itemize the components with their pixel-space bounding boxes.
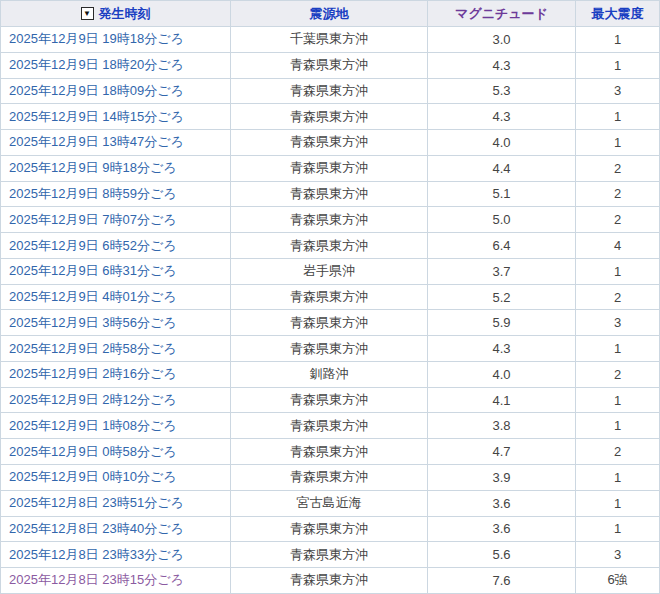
- epicenter-label: 青森県東方沖: [290, 108, 368, 126]
- epicenter-cell: 青森県東方沖: [231, 439, 428, 464]
- column-header-epicenter[interactable]: 震源地: [231, 1, 428, 26]
- earthquake-detail-link[interactable]: 2025年12月9日 6時52分ごろ: [9, 237, 177, 255]
- max-intensity-value: 1: [614, 521, 621, 536]
- epicenter-cell: 青森県東方沖: [231, 207, 428, 232]
- magnitude-value: 5.2: [492, 290, 510, 305]
- magnitude-cell: 3.7: [428, 259, 576, 284]
- epicenter-label: 青森県東方沖: [290, 237, 368, 255]
- time-cell: 2025年12月9日 4時01分ごろ: [1, 285, 231, 310]
- earthquake-detail-link[interactable]: 2025年12月8日 23時40分ごろ: [9, 520, 184, 538]
- max-intensity-value: 1: [614, 418, 621, 433]
- column-header-magnitude[interactable]: マグニチュード: [428, 1, 576, 26]
- earthquake-detail-link[interactable]: 2025年12月9日 19時18分ごろ: [9, 30, 184, 48]
- sort-descending-icon[interactable]: ▼: [81, 7, 94, 20]
- earthquake-detail-link[interactable]: 2025年12月9日 2時58分ごろ: [9, 340, 177, 358]
- earthquake-detail-link[interactable]: 2025年12月9日 18時20分ごろ: [9, 56, 184, 74]
- epicenter-cell: 青森県東方沖: [231, 310, 428, 335]
- table-row: 2025年12月9日 0時10分ごろ 青森県東方沖 3.9 1: [1, 465, 659, 491]
- earthquake-detail-link[interactable]: 2025年12月9日 18時09分ごろ: [9, 82, 184, 100]
- earthquake-detail-link[interactable]: 2025年12月9日 6時31分ごろ: [9, 262, 177, 280]
- earthquake-detail-link[interactable]: 2025年12月9日 1時08分ごろ: [9, 417, 177, 435]
- earthquake-detail-link[interactable]: 2025年12月9日 8時59分ごろ: [9, 185, 177, 203]
- earthquake-detail-link[interactable]: 2025年12月9日 2時12分ごろ: [9, 391, 177, 409]
- epicenter-label: 宮古島近海: [297, 494, 362, 512]
- magnitude-value: 4.0: [492, 135, 510, 150]
- epicenter-cell: 釧路沖: [231, 362, 428, 387]
- table-row: 2025年12月8日 23時51分ごろ 宮古島近海 3.6 1: [1, 491, 659, 517]
- time-cell: 2025年12月9日 6時52分ごろ: [1, 233, 231, 258]
- earthquake-detail-link[interactable]: 2025年12月9日 3時56分ごろ: [9, 314, 177, 332]
- epicenter-cell: 宮古島近海: [231, 491, 428, 516]
- epicenter-cell: 青森県東方沖: [231, 130, 428, 155]
- max-intensity-value: 4: [614, 238, 621, 253]
- epicenter-label: 青森県東方沖: [290, 391, 368, 409]
- magnitude-cell: 4.0: [428, 130, 576, 155]
- epicenter-label: 青森県東方沖: [290, 133, 368, 151]
- epicenter-cell: 青森県東方沖: [231, 465, 428, 490]
- earthquake-detail-link[interactable]: 2025年12月9日 14時15分ごろ: [9, 108, 184, 126]
- time-cell: 2025年12月9日 9時18分ごろ: [1, 156, 231, 181]
- earthquake-detail-link[interactable]: 2025年12月9日 0時58分ごろ: [9, 443, 177, 461]
- time-cell: 2025年12月9日 3時56分ごろ: [1, 310, 231, 335]
- column-header-max-intensity-label[interactable]: 最大震度: [592, 5, 644, 23]
- earthquake-detail-link[interactable]: 2025年12月9日 4時01分ごろ: [9, 288, 177, 306]
- magnitude-value: 5.0: [492, 212, 510, 227]
- earthquake-detail-link[interactable]: 2025年12月9日 0時10分ごろ: [9, 468, 177, 486]
- epicenter-cell: 青森県東方沖: [231, 53, 428, 78]
- magnitude-value: 5.3: [492, 83, 510, 98]
- epicenter-label: 青森県東方沖: [290, 571, 368, 589]
- max-intensity-value: 1: [614, 135, 621, 150]
- earthquake-detail-link[interactable]: 2025年12月9日 2時16分ごろ: [9, 365, 177, 383]
- column-header-time-label[interactable]: 発生時刻: [99, 5, 151, 23]
- time-cell: 2025年12月8日 23時40分ごろ: [1, 517, 231, 542]
- epicenter-cell: 青森県東方沖: [231, 568, 428, 593]
- magnitude-value: 4.3: [492, 109, 510, 124]
- max-intensity-value: 2: [614, 290, 621, 305]
- magnitude-value: 4.3: [492, 341, 510, 356]
- max-intensity-value: 2: [614, 444, 621, 459]
- epicenter-cell: 青森県東方沖: [231, 182, 428, 207]
- column-header-max-intensity[interactable]: 最大震度: [576, 1, 659, 26]
- epicenter-label: 青森県東方沖: [290, 443, 368, 461]
- magnitude-cell: 3.6: [428, 517, 576, 542]
- magnitude-value: 4.7: [492, 444, 510, 459]
- magnitude-cell: 4.3: [428, 104, 576, 129]
- magnitude-cell: 3.6: [428, 491, 576, 516]
- column-header-time[interactable]: ▼ 発生時刻: [1, 1, 231, 26]
- earthquake-detail-link[interactable]: 2025年12月9日 7時07分ごろ: [9, 211, 177, 229]
- table-row: 2025年12月9日 9時18分ごろ 青森県東方沖 4.4 2: [1, 156, 659, 182]
- column-header-magnitude-label[interactable]: マグニチュード: [455, 5, 548, 23]
- intensity-cell: 3: [576, 310, 659, 335]
- epicenter-label: 青森県東方沖: [290, 520, 368, 538]
- earthquake-detail-link[interactable]: 2025年12月8日 23時15分ごろ: [9, 571, 184, 589]
- epicenter-label: 千葉県東方沖: [290, 30, 368, 48]
- time-cell: 2025年12月9日 2時12分ごろ: [1, 388, 231, 413]
- epicenter-label: 青森県東方沖: [290, 185, 368, 203]
- earthquake-detail-link[interactable]: 2025年12月9日 9時18分ごろ: [9, 159, 177, 177]
- magnitude-value: 4.4: [492, 161, 510, 176]
- max-intensity-value: 1: [614, 264, 621, 279]
- intensity-cell: 3: [576, 542, 659, 567]
- time-cell: 2025年12月8日 23時51分ごろ: [1, 491, 231, 516]
- intensity-cell: 1: [576, 259, 659, 284]
- intensity-cell: 6強: [576, 568, 659, 593]
- intensity-cell: 1: [576, 104, 659, 129]
- time-cell: 2025年12月9日 6時31分ごろ: [1, 259, 231, 284]
- epicenter-cell: 青森県東方沖: [231, 388, 428, 413]
- intensity-cell: 4: [576, 233, 659, 258]
- magnitude-cell: 5.2: [428, 285, 576, 310]
- magnitude-value: 3.6: [492, 521, 510, 536]
- max-intensity-value: 2: [614, 367, 621, 382]
- intensity-cell: 3: [576, 79, 659, 104]
- time-cell: 2025年12月9日 8時59分ごろ: [1, 182, 231, 207]
- intensity-cell: 1: [576, 130, 659, 155]
- earthquake-detail-link[interactable]: 2025年12月8日 23時51分ごろ: [9, 494, 184, 512]
- time-cell: 2025年12月9日 19時18分ごろ: [1, 27, 231, 52]
- column-header-epicenter-label[interactable]: 震源地: [310, 5, 349, 23]
- earthquake-detail-link[interactable]: 2025年12月8日 23時33分ごろ: [9, 546, 184, 564]
- magnitude-value: 3.0: [492, 32, 510, 47]
- earthquake-detail-link[interactable]: 2025年12月9日 13時47分ごろ: [9, 133, 184, 151]
- time-cell: 2025年12月9日 1時08分ごろ: [1, 413, 231, 438]
- table-row: 2025年12月9日 2時12分ごろ 青森県東方沖 4.1 1: [1, 388, 659, 414]
- intensity-cell: 1: [576, 53, 659, 78]
